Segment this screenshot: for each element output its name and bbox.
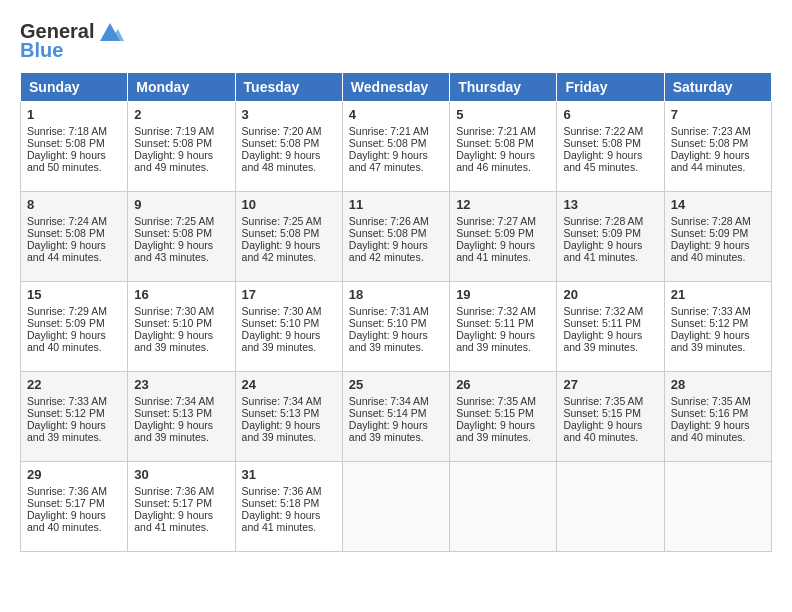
day-number: 18 bbox=[349, 287, 443, 302]
sunset-label: Sunset: 5:15 PM bbox=[456, 407, 534, 419]
sunset-label: Sunset: 5:08 PM bbox=[242, 227, 320, 239]
day-number: 12 bbox=[456, 197, 550, 212]
day-number: 9 bbox=[134, 197, 228, 212]
sunset-label: Sunset: 5:08 PM bbox=[349, 227, 427, 239]
sunrise-label: Sunrise: 7:23 AM bbox=[671, 125, 751, 137]
calendar-cell: 11 Sunrise: 7:26 AM Sunset: 5:08 PM Dayl… bbox=[342, 192, 449, 282]
calendar-cell: 9 Sunrise: 7:25 AM Sunset: 5:08 PM Dayli… bbox=[128, 192, 235, 282]
day-number: 11 bbox=[349, 197, 443, 212]
daylight-label: Daylight: 9 hours and 40 minutes. bbox=[671, 419, 750, 443]
calendar-cell: 10 Sunrise: 7:25 AM Sunset: 5:08 PM Dayl… bbox=[235, 192, 342, 282]
calendar-cell: 30 Sunrise: 7:36 AM Sunset: 5:17 PM Dayl… bbox=[128, 462, 235, 552]
day-number: 22 bbox=[27, 377, 121, 392]
day-number: 7 bbox=[671, 107, 765, 122]
calendar-cell: 24 Sunrise: 7:34 AM Sunset: 5:13 PM Dayl… bbox=[235, 372, 342, 462]
sunset-label: Sunset: 5:09 PM bbox=[27, 317, 105, 329]
sunset-label: Sunset: 5:12 PM bbox=[27, 407, 105, 419]
calendar-cell bbox=[450, 462, 557, 552]
sunset-label: Sunset: 5:14 PM bbox=[349, 407, 427, 419]
sunset-label: Sunset: 5:08 PM bbox=[27, 137, 105, 149]
daylight-label: Daylight: 9 hours and 39 minutes. bbox=[671, 329, 750, 353]
sunrise-label: Sunrise: 7:28 AM bbox=[671, 215, 751, 227]
sunset-label: Sunset: 5:09 PM bbox=[671, 227, 749, 239]
sunrise-label: Sunrise: 7:33 AM bbox=[671, 305, 751, 317]
sunrise-label: Sunrise: 7:19 AM bbox=[134, 125, 214, 137]
daylight-label: Daylight: 9 hours and 47 minutes. bbox=[349, 149, 428, 173]
day-number: 14 bbox=[671, 197, 765, 212]
sunset-label: Sunset: 5:09 PM bbox=[563, 227, 641, 239]
sunrise-label: Sunrise: 7:35 AM bbox=[671, 395, 751, 407]
daylight-label: Daylight: 9 hours and 40 minutes. bbox=[563, 419, 642, 443]
calendar-cell: 16 Sunrise: 7:30 AM Sunset: 5:10 PM Dayl… bbox=[128, 282, 235, 372]
header-saturday: Saturday bbox=[664, 73, 771, 102]
daylight-label: Daylight: 9 hours and 43 minutes. bbox=[134, 239, 213, 263]
sunset-label: Sunset: 5:15 PM bbox=[563, 407, 641, 419]
sunset-label: Sunset: 5:09 PM bbox=[456, 227, 534, 239]
sunrise-label: Sunrise: 7:36 AM bbox=[134, 485, 214, 497]
calendar-cell: 3 Sunrise: 7:20 AM Sunset: 5:08 PM Dayli… bbox=[235, 102, 342, 192]
sunset-label: Sunset: 5:08 PM bbox=[563, 137, 641, 149]
header-thursday: Thursday bbox=[450, 73, 557, 102]
sunrise-label: Sunrise: 7:30 AM bbox=[242, 305, 322, 317]
calendar-cell: 27 Sunrise: 7:35 AM Sunset: 5:15 PM Dayl… bbox=[557, 372, 664, 462]
sunset-label: Sunset: 5:08 PM bbox=[349, 137, 427, 149]
day-number: 26 bbox=[456, 377, 550, 392]
daylight-label: Daylight: 9 hours and 39 minutes. bbox=[242, 329, 321, 353]
sunset-label: Sunset: 5:11 PM bbox=[456, 317, 534, 329]
daylight-label: Daylight: 9 hours and 41 minutes. bbox=[242, 509, 321, 533]
calendar-cell: 12 Sunrise: 7:27 AM Sunset: 5:09 PM Dayl… bbox=[450, 192, 557, 282]
calendar-cell: 4 Sunrise: 7:21 AM Sunset: 5:08 PM Dayli… bbox=[342, 102, 449, 192]
daylight-label: Daylight: 9 hours and 44 minutes. bbox=[671, 149, 750, 173]
calendar-week-row: 22 Sunrise: 7:33 AM Sunset: 5:12 PM Dayl… bbox=[21, 372, 772, 462]
calendar-week-row: 15 Sunrise: 7:29 AM Sunset: 5:09 PM Dayl… bbox=[21, 282, 772, 372]
calendar-cell: 28 Sunrise: 7:35 AM Sunset: 5:16 PM Dayl… bbox=[664, 372, 771, 462]
daylight-label: Daylight: 9 hours and 39 minutes. bbox=[349, 329, 428, 353]
calendar-cell bbox=[342, 462, 449, 552]
day-number: 1 bbox=[27, 107, 121, 122]
day-number: 5 bbox=[456, 107, 550, 122]
sunrise-label: Sunrise: 7:22 AM bbox=[563, 125, 643, 137]
sunset-label: Sunset: 5:11 PM bbox=[563, 317, 641, 329]
calendar-cell: 2 Sunrise: 7:19 AM Sunset: 5:08 PM Dayli… bbox=[128, 102, 235, 192]
sunrise-label: Sunrise: 7:30 AM bbox=[134, 305, 214, 317]
sunset-label: Sunset: 5:08 PM bbox=[671, 137, 749, 149]
day-number: 19 bbox=[456, 287, 550, 302]
sunset-label: Sunset: 5:08 PM bbox=[134, 137, 212, 149]
calendar-cell: 25 Sunrise: 7:34 AM Sunset: 5:14 PM Dayl… bbox=[342, 372, 449, 462]
sunrise-label: Sunrise: 7:34 AM bbox=[242, 395, 322, 407]
page-header: General Blue bbox=[20, 20, 772, 62]
daylight-label: Daylight: 9 hours and 39 minutes. bbox=[349, 419, 428, 443]
header-sunday: Sunday bbox=[21, 73, 128, 102]
calendar-cell: 1 Sunrise: 7:18 AM Sunset: 5:08 PM Dayli… bbox=[21, 102, 128, 192]
day-number: 23 bbox=[134, 377, 228, 392]
sunrise-label: Sunrise: 7:34 AM bbox=[134, 395, 214, 407]
day-number: 3 bbox=[242, 107, 336, 122]
daylight-label: Daylight: 9 hours and 46 minutes. bbox=[456, 149, 535, 173]
day-number: 31 bbox=[242, 467, 336, 482]
day-number: 27 bbox=[563, 377, 657, 392]
day-number: 13 bbox=[563, 197, 657, 212]
sunset-label: Sunset: 5:12 PM bbox=[671, 317, 749, 329]
sunrise-label: Sunrise: 7:36 AM bbox=[27, 485, 107, 497]
sunrise-label: Sunrise: 7:35 AM bbox=[456, 395, 536, 407]
sunrise-label: Sunrise: 7:21 AM bbox=[349, 125, 429, 137]
sunset-label: Sunset: 5:16 PM bbox=[671, 407, 749, 419]
logo-icon bbox=[96, 21, 124, 43]
sunset-label: Sunset: 5:17 PM bbox=[134, 497, 212, 509]
calendar-cell: 17 Sunrise: 7:30 AM Sunset: 5:10 PM Dayl… bbox=[235, 282, 342, 372]
day-number: 16 bbox=[134, 287, 228, 302]
header-friday: Friday bbox=[557, 73, 664, 102]
day-number: 17 bbox=[242, 287, 336, 302]
header-tuesday: Tuesday bbox=[235, 73, 342, 102]
daylight-label: Daylight: 9 hours and 40 minutes. bbox=[27, 329, 106, 353]
day-number: 21 bbox=[671, 287, 765, 302]
calendar-cell: 21 Sunrise: 7:33 AM Sunset: 5:12 PM Dayl… bbox=[664, 282, 771, 372]
daylight-label: Daylight: 9 hours and 44 minutes. bbox=[27, 239, 106, 263]
day-number: 25 bbox=[349, 377, 443, 392]
day-number: 30 bbox=[134, 467, 228, 482]
day-number: 10 bbox=[242, 197, 336, 212]
sunrise-label: Sunrise: 7:32 AM bbox=[563, 305, 643, 317]
sunrise-label: Sunrise: 7:36 AM bbox=[242, 485, 322, 497]
sunrise-label: Sunrise: 7:34 AM bbox=[349, 395, 429, 407]
daylight-label: Daylight: 9 hours and 39 minutes. bbox=[134, 419, 213, 443]
